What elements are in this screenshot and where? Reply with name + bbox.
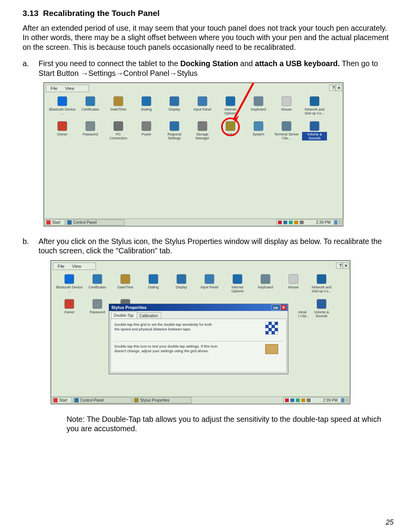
datetime-icon[interactable] [121, 274, 130, 284]
section-number: 3.13 [23, 9, 39, 18]
step-a-bold-2: attach a USB keyboard. [255, 59, 340, 68]
menu-view[interactable]: View [65, 86, 74, 91]
icon-label: Dialing [148, 285, 159, 289]
double-tap-grid[interactable] [275, 328, 278, 331]
double-tap-grid[interactable] [272, 322, 275, 325]
password-icon[interactable] [93, 299, 102, 309]
system-icon[interactable] [254, 121, 263, 131]
menu-file[interactable]: File [51, 86, 58, 91]
icon-label: Mouse [281, 107, 292, 111]
stylus-icon[interactable] [226, 121, 235, 131]
double-tap-grid[interactable] [269, 325, 272, 328]
icon-label: System [253, 132, 264, 136]
double-tap-grid[interactable] [272, 328, 275, 331]
dialing-icon[interactable] [142, 97, 151, 106]
owner-icon[interactable] [65, 299, 74, 309]
tray-icon[interactable] [289, 221, 293, 224]
icon-label: Bluetooth Device [56, 285, 83, 289]
dialing-icon[interactable] [149, 274, 158, 284]
double-tap-grid[interactable] [269, 322, 272, 325]
icon-label: PC [116, 132, 121, 136]
input-panel-icon[interactable] [205, 274, 214, 284]
keyboard-icon[interactable] [261, 274, 270, 284]
tray-icon[interactable] [283, 221, 287, 224]
tray-icon[interactable] [285, 399, 289, 402]
page-number: 25 [386, 518, 394, 527]
step-b: b. After you click on the Stylus icon, t… [23, 237, 394, 256]
step-a-text-1: First you need to connect the tablet to … [39, 59, 180, 68]
display-icon[interactable] [177, 274, 186, 284]
double-tap-test-icon[interactable] [265, 344, 278, 354]
help-icon: ? [332, 85, 335, 90]
terminal-server-icon[interactable] [282, 121, 291, 131]
bluetooth-icon[interactable] [58, 97, 67, 106]
internet-options-icon[interactable] [233, 274, 242, 284]
icon-label: Keyboard [251, 107, 266, 111]
certificates-icon[interactable] [86, 97, 95, 106]
volume-sounds-icon[interactable] [310, 121, 319, 131]
power-icon[interactable] [142, 121, 151, 131]
storage-manager-icon[interactable] [198, 121, 207, 131]
icon-label: Network and [312, 285, 332, 289]
close-icon: × [344, 263, 348, 269]
double-tap-grid[interactable] [272, 325, 275, 328]
icon-label: Dialing [141, 107, 152, 111]
double-tap-grid[interactable] [269, 328, 272, 331]
display-icon[interactable] [170, 97, 179, 106]
tray-icon[interactable] [301, 399, 305, 402]
double-tap-grid[interactable] [265, 328, 269, 331]
network-icon[interactable] [310, 97, 319, 106]
double-tap-grid[interactable] [265, 331, 269, 334]
double-tap-grid[interactable] [275, 331, 278, 334]
password-icon[interactable] [86, 121, 95, 131]
tray-icon[interactable] [296, 399, 300, 402]
mouse-icon[interactable] [282, 97, 291, 106]
step-b-text: After you click on the Stylus icon, the … [39, 237, 394, 256]
svg-text:minal: minal [298, 310, 307, 314]
icon-label: Manager [195, 136, 209, 140]
icon-label: Date/Time [110, 107, 126, 111]
mouse-icon[interactable] [289, 274, 298, 284]
tray-icon[interactable] [294, 221, 298, 224]
tray-icon[interactable] [278, 221, 282, 224]
tray-icon[interactable] [290, 399, 294, 402]
menu-view[interactable]: View [72, 264, 81, 269]
double-tap-grid[interactable] [275, 322, 278, 325]
bluetooth-icon[interactable] [65, 274, 74, 284]
svg-rect-9 [134, 398, 139, 402]
double-tap-grid[interactable] [275, 325, 278, 328]
icon-label: Volume & [307, 132, 322, 136]
tray-icon[interactable] [338, 220, 341, 225]
double-tap-grid[interactable] [269, 331, 272, 334]
input-panel-icon[interactable] [198, 97, 207, 106]
svg-rect-2 [46, 220, 51, 225]
tray-icon[interactable] [300, 221, 304, 224]
internet-options-icon[interactable] [226, 97, 235, 106]
icon-label: ... [68, 289, 71, 293]
menu-file[interactable]: File [58, 264, 65, 269]
datetime-icon[interactable] [114, 97, 123, 106]
tray-icon[interactable] [334, 220, 337, 225]
owner-icon[interactable] [58, 121, 67, 131]
network-icon[interactable] [317, 274, 326, 284]
icon-label: Dial-up Co... [305, 111, 324, 115]
keyboard-icon[interactable] [254, 97, 263, 106]
icon-label: Password [90, 310, 105, 314]
double-tap-grid[interactable] [265, 325, 269, 328]
icon-label: Display [169, 107, 180, 111]
pc-connection-icon[interactable] [114, 121, 123, 131]
regional-settings-icon[interactable] [170, 121, 179, 131]
tray-icon[interactable] [307, 399, 311, 402]
tray-icon[interactable] [341, 398, 344, 402]
tray-icon[interactable] [345, 398, 348, 402]
double-tap-grid[interactable] [265, 322, 269, 325]
intro-paragraph: After an extended period of use, it may … [23, 23, 394, 52]
double-tap-grid[interactable] [272, 331, 275, 334]
icon-label: Options [224, 111, 237, 115]
icon-label: Password [83, 132, 98, 136]
close-icon: × [337, 85, 341, 91]
certificates-icon[interactable] [93, 274, 102, 284]
close-icon: × [282, 305, 285, 310]
volume-sounds-icon[interactable] [317, 299, 326, 309]
svg-text:r Clie...: r Clie... [298, 314, 309, 318]
